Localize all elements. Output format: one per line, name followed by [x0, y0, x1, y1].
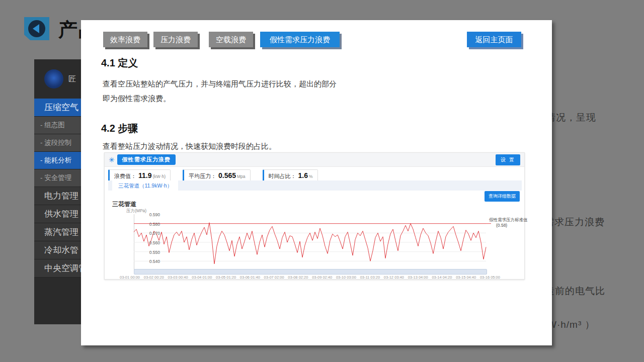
- pipe-tab-strip: 三花管道（11.9kW·h）: [108, 180, 522, 191]
- steps-text-line1: 查看整站压力波动情况，快速获知浪费时段的占比。: [103, 139, 276, 153]
- y-tick-label: 0.580: [137, 222, 160, 227]
- module-title-badge: 假性需求压力浪费: [117, 154, 176, 165]
- background-text-fragment: W·h/m³ ）: [547, 318, 595, 331]
- x-tick-label: 03-09 02:40: [312, 275, 332, 280]
- pressure-plot: [134, 214, 492, 270]
- x-tick-label: 03-13 04:00: [408, 275, 428, 280]
- company-logo-icon: [44, 69, 63, 88]
- x-tick-label: 03-06 01:40: [240, 275, 260, 280]
- section-heading-definition: 4.1 定义: [101, 56, 138, 70]
- embedded-app-screenshot: ✳ 假性需求压力浪费 设 置 浪费值： 11.9 (kW·h) 平均压力： 0.…: [104, 152, 525, 280]
- x-axis-labels: 03-01 00:0003-02 00:2003-03 00:4003-04 0…: [120, 275, 500, 280]
- return-home-button[interactable]: 返回主页面: [467, 32, 521, 47]
- x-tick-label: 03-04 01:00: [192, 275, 212, 280]
- x-tick-label: 03-12 03:40: [384, 275, 404, 280]
- x-tick-label: 03-01 00:00: [120, 275, 140, 280]
- tab-false-demand-pressure-waste[interactable]: 假性需求压力浪费: [260, 32, 340, 47]
- x-tick-label: 03-14 04:20: [432, 275, 452, 280]
- app-header-bar: ✳ 假性需求压力浪费 设 置: [105, 153, 524, 167]
- sidebar-logo-text: 匠: [68, 74, 76, 84]
- x-tick-label: 03-07 02:00: [264, 275, 284, 280]
- x-tick-label: 03-15 04:40: [456, 275, 476, 280]
- tab-sanhua-pipe[interactable]: 三花管道（11.9kW·h）: [112, 180, 178, 191]
- y-tick-label: 0.540: [137, 259, 160, 264]
- background-text-fragment: 造前的电气比: [545, 285, 605, 298]
- x-tick-label: 03-03 00:40: [168, 275, 188, 280]
- tab-pressure-waste[interactable]: 压力浪费: [153, 32, 198, 47]
- back-button[interactable]: [24, 17, 49, 40]
- x-tick-label: 03-08 02:20: [288, 275, 308, 280]
- tab-idle-waste[interactable]: 空载浪费: [209, 32, 253, 47]
- x-tick-label: 03-02 00:20: [144, 275, 164, 280]
- x-tick-label: 03-16 05:00: [480, 275, 500, 280]
- background-text-fragment: 情况，呈现: [546, 111, 596, 124]
- y-tick-label: 0.590: [137, 212, 160, 217]
- y-tick-label: 0.550: [137, 250, 160, 255]
- x-tick-label: 03-11 03:20: [360, 275, 380, 280]
- tab-efficiency-waste[interactable]: 效率浪费: [103, 32, 147, 47]
- chart-title: 三花管道: [112, 200, 136, 209]
- definition-text-line1: 查看空压站整站的产气压力，并与终端用气压力进行比较，超出的部分: [103, 76, 337, 91]
- query-detail-button[interactable]: 查询详细数据: [485, 191, 520, 202]
- y-tick-label: 0.560: [137, 240, 160, 245]
- y-tick-label: 0.570: [137, 231, 160, 236]
- pressure-chart: 0.5900.5800.5700.5600.5500.5400.530: [134, 214, 492, 270]
- section-heading-steps: 4.2 步骤: [101, 122, 138, 135]
- help-modal: 效率浪费 压力浪费 空载浪费 假性需求压力浪费 返回主页面 4.1 定义 查看空…: [81, 20, 552, 345]
- background-text-fragment: 需求压力浪费: [544, 216, 605, 229]
- definition-text-line2: 即为假性需求浪费。: [103, 91, 171, 106]
- back-arrow-icon: [28, 20, 45, 37]
- settings-button[interactable]: 设 置: [496, 154, 520, 165]
- burst-icon: ✳: [109, 156, 115, 164]
- x-tick-label: 03-05 01:20: [216, 275, 236, 280]
- x-tick-label: 03-10 03:00: [336, 275, 356, 280]
- datazoom-slider[interactable]: [134, 269, 487, 275]
- threshold-annotation: 假性需求压力标准值 (0.58): [489, 217, 534, 228]
